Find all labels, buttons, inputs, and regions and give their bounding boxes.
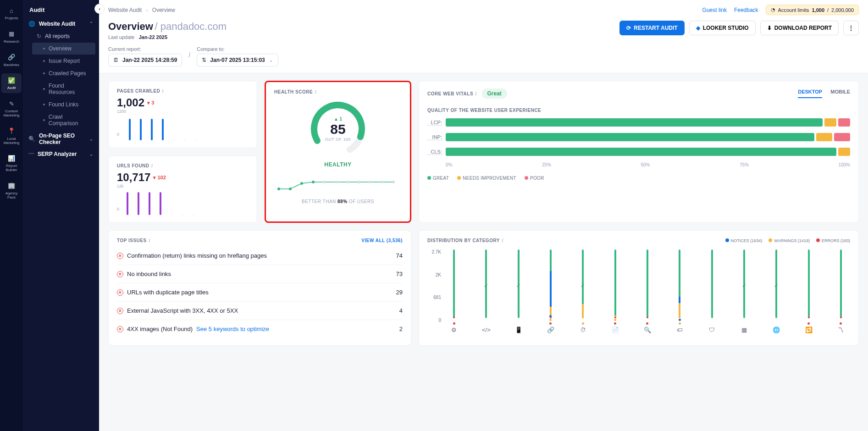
urls-found-value: 10,717 (117, 171, 150, 184)
rail-projects[interactable]: ⌂Projects (1, 4, 22, 23)
distribution-chart: ⚙✓</>✓📱🔗✓⏱📄🔍🏷🛡✓▦✓🌐🔁〽 (445, 249, 850, 323)
chevron-up-icon: ⌃ (89, 21, 94, 27)
svg-point-5 (312, 181, 315, 183)
breadcrumb-a[interactable]: Website Audit (108, 7, 142, 13)
top-right-links: Guest link Feedback ◔ Account limits 1,0… (702, 5, 859, 15)
rail-backlinks[interactable]: 🔗Backlinks (1, 50, 22, 70)
svg-point-2 (277, 188, 280, 190)
calendar-icon: 🗓 (113, 57, 119, 63)
restart-audit-button[interactable]: ⟳ RESTART AUDIT (619, 21, 684, 35)
issue-row[interactable]: ✕4XX images (Not Found) See 5 keywords t… (117, 320, 403, 338)
issue-cta-link[interactable]: See 5 keywords to optimize (196, 326, 269, 332)
bar (140, 119, 142, 140)
sidebar-section-0[interactable]: 🌐Website Audit⌃ (23, 18, 99, 30)
refresh-icon: ⟳ (626, 25, 631, 31)
account-limits-badge[interactable]: ◔ Account limits 1,000 / 2,000,000 (766, 5, 859, 15)
sidebar-link-issue-report[interactable]: Issue Report (32, 55, 95, 67)
sidebar: ‹ Audit 🌐Website Audit⌃↻ All reports Ove… (23, 0, 99, 431)
issue-row[interactable]: ✕External JavaScript with 3XX, 4XX or 5X… (117, 302, 403, 320)
dist-col-content[interactable]: 📄 (606, 249, 625, 323)
sidebar-link-overview[interactable]: Overview (32, 43, 95, 55)
sidebar-section-1[interactable]: 🔍On-Page SEO Checker⌄ (23, 130, 99, 148)
issue-row[interactable]: ✕No inbound links73 (117, 265, 403, 283)
info-icon[interactable]: i (151, 163, 153, 168)
sidebar-link-all-reports[interactable]: ↻ All reports (32, 30, 95, 42)
audit-icon: ✅ (7, 76, 16, 84)
dist-col-links[interactable]: 🔗 (542, 249, 560, 323)
urls-found-delta: ▾ 102 (153, 175, 166, 181)
rail-local-marketing[interactable]: 📍LocalMarketing (1, 124, 22, 148)
health-gauge: ▲ 1 85 OUT OF 100 (308, 99, 368, 159)
dist-col-search[interactable]: 🔍 (638, 249, 657, 323)
svg-point-3 (289, 188, 292, 190)
dist-col-cache[interactable]: 🔁 (800, 249, 818, 323)
download-report-button[interactable]: ⬇ DOWNLOAD REPORT (760, 21, 839, 35)
category-icon: 〽 (836, 326, 846, 333)
gauge-icon: ◔ (771, 7, 775, 13)
dist-col-code[interactable]: ✓</> (477, 249, 495, 323)
sidebar-link-crawled-pages[interactable]: Crawled Pages (32, 67, 95, 79)
audited-domain: pandadoc.com (160, 21, 227, 32)
info-icon[interactable]: i (475, 91, 477, 96)
feedback-link[interactable]: Feedback (734, 7, 758, 13)
error-icon: ✕ (117, 308, 123, 314)
svg-point-7 (335, 181, 337, 183)
svg-point-9 (358, 181, 360, 183)
issue-row[interactable]: ✕URLs with duplicate page titles29 (117, 283, 403, 302)
rail-audit[interactable]: ✅Audit (1, 73, 22, 93)
tab-desktop[interactable]: DESKTOP (798, 89, 822, 98)
page-title: Overview (108, 21, 153, 32)
info-icon[interactable]: i (149, 238, 150, 243)
dist-col-international[interactable]: ✓🌐 (767, 249, 785, 323)
download-icon: ⬇ (767, 25, 772, 31)
bar (160, 192, 161, 215)
rail-content-marketing[interactable]: ✎ContentMarketing (1, 97, 22, 121)
dist-col-tags[interactable]: 🏷 (670, 249, 689, 323)
check-icon: ✓ (484, 282, 488, 289)
dist-col-markup[interactable]: ✓▦ (735, 249, 753, 323)
cwv-row: LCP: (427, 118, 850, 127)
error-icon: ✕ (117, 326, 123, 332)
info-icon[interactable]: i (502, 238, 503, 243)
overflow-menu-button[interactable]: ⋮ (843, 21, 859, 35)
view-all-issues-link[interactable]: VIEW ALL (3,536) (361, 238, 403, 243)
sidebar-section-2[interactable]: 〰SERP Analyzer⌄ (23, 148, 99, 160)
rail-agency-pack[interactable]: 🏢AgencyPack (1, 179, 22, 203)
issue-row[interactable]: ✕Confirmation (return) links missing on … (117, 247, 403, 265)
bar (195, 139, 197, 140)
dist-col-security[interactable]: 🛡 (703, 249, 721, 323)
looker-studio-button[interactable]: ◆ LOOKER STUDIO (689, 21, 756, 35)
bar (151, 119, 153, 140)
sidebar-link-crawl-comparison[interactable]: Crawl Comparison (32, 111, 95, 129)
bar (127, 192, 128, 215)
health-score-value: 85 (330, 122, 345, 137)
dist-col-mobile[interactable]: ✓📱 (509, 249, 528, 323)
sidebar-collapse-button[interactable]: ‹ (94, 4, 105, 14)
svg-point-10 (369, 181, 372, 183)
category-icon: 📄 (610, 326, 620, 333)
category-icon: 🏷 (674, 326, 685, 333)
svg-point-6 (323, 181, 326, 183)
rail-research[interactable]: ▦Research (1, 27, 22, 47)
current-report-select[interactable]: 🗓 Jan-22 2025 14:28:59 (108, 54, 182, 66)
sidebar-link-found-resources[interactable]: Found Resources (32, 80, 95, 98)
top-issues-card: TOP ISSUES i VIEW ALL (3,536) ✕Confirmat… (108, 230, 411, 346)
dist-col-performance[interactable]: ✓⏱ (574, 249, 592, 323)
dist-col-structure[interactable]: ⚙ (445, 249, 463, 323)
main: Website Audit › Overview Guest link Feed… (99, 0, 868, 431)
tab-mobile[interactable]: MOBILE (830, 89, 850, 98)
cwv-status-badge: Great (482, 88, 507, 99)
guest-link[interactable]: Guest link (702, 7, 727, 13)
category-icon: 🔁 (804, 326, 814, 333)
dist-col-trend[interactable]: 〽 (832, 249, 850, 323)
chevron-down-icon: ⌄ (269, 57, 273, 63)
info-icon[interactable]: i (315, 89, 316, 94)
urls-found-chart (127, 188, 194, 215)
sidebar-link-found-links[interactable]: Found Links (32, 99, 95, 111)
svg-point-8 (346, 181, 349, 183)
info-icon[interactable]: i (162, 88, 164, 94)
rail-report-builder[interactable]: 📊ReportBuilder (1, 151, 22, 175)
category-icon: ⚙ (449, 326, 459, 333)
compare-to-select[interactable]: ⇅ Jan-07 2025 13:15:03 ⌄ (197, 54, 278, 66)
breadcrumb-b: Overview (152, 7, 175, 13)
